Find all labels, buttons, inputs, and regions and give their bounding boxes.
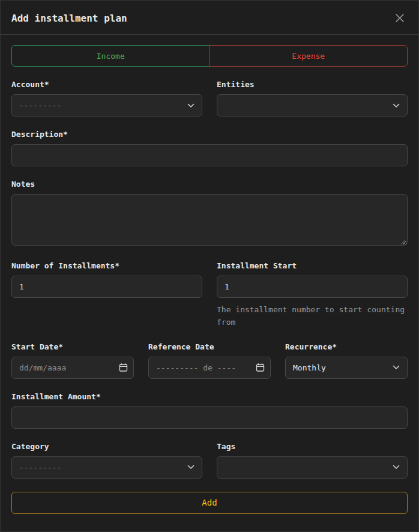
category-select[interactable]: --------- xyxy=(11,456,202,479)
number-of-installments-field: Number of Installments* xyxy=(11,261,202,298)
entities-label: Entities xyxy=(217,80,408,89)
entities-select[interactable] xyxy=(217,94,408,116)
recurrence-select[interactable]: Monthly xyxy=(285,357,408,379)
description-input[interactable] xyxy=(11,144,408,166)
add-button[interactable]: Add xyxy=(11,492,408,514)
installment-start-field: Installment Start The installment number… xyxy=(217,261,408,329)
modal-header: Add installment plan xyxy=(11,1,408,34)
installment-start-input[interactable] xyxy=(217,276,408,298)
notes-field: Notes xyxy=(11,180,408,248)
category-tags-row: Category --------- Tags xyxy=(11,429,408,479)
tags-label: Tags xyxy=(217,442,408,451)
recurrence-field: Recurrence* Monthly xyxy=(285,342,408,379)
recurrence-label: Recurrence* xyxy=(285,342,408,351)
account-field: Account* --------- xyxy=(11,80,202,116)
close-button[interactable] xyxy=(392,10,408,26)
expense-toggle-button[interactable]: Expense xyxy=(210,45,408,67)
account-select-value: --------- xyxy=(19,101,61,110)
installments-row: Number of Installments* Installment Star… xyxy=(11,248,408,329)
chevron-down-icon xyxy=(187,103,194,108)
number-of-installments-label: Number of Installments* xyxy=(11,261,202,270)
category-select-value: --------- xyxy=(19,463,61,472)
chevron-down-icon xyxy=(393,365,400,370)
reference-date-field: Reference Date xyxy=(148,342,271,379)
add-installment-plan-modal: Add installment plan Income Expense Acco… xyxy=(0,0,419,532)
calendar-icon[interactable] xyxy=(256,363,265,372)
number-of-installments-input[interactable] xyxy=(11,276,202,298)
transaction-type-toggle: Income Expense xyxy=(11,45,408,67)
start-date-label: Start Date* xyxy=(11,342,134,351)
header-divider xyxy=(1,34,418,35)
tags-select[interactable] xyxy=(217,456,408,479)
description-field: Description* xyxy=(11,130,408,166)
start-date-field: Start Date* xyxy=(11,342,134,379)
close-icon xyxy=(393,17,406,26)
notes-label: Notes xyxy=(11,180,408,189)
entities-field: Entities xyxy=(217,80,408,116)
start-date-input[interactable] xyxy=(11,357,134,379)
installment-amount-input[interactable] xyxy=(11,407,408,429)
tags-field: Tags xyxy=(217,442,408,479)
account-label: Account* xyxy=(11,80,202,89)
category-field: Category --------- xyxy=(11,442,202,479)
account-entities-row: Account* --------- Entities xyxy=(11,67,408,116)
dates-recurrence-row: Start Date* Reference Date xyxy=(11,329,408,379)
category-label: Category xyxy=(11,442,202,451)
recurrence-select-value: Monthly xyxy=(293,363,326,372)
description-label: Description* xyxy=(11,130,408,139)
installment-start-label: Installment Start xyxy=(217,261,408,270)
modal-title: Add installment plan xyxy=(11,13,127,24)
notes-textarea[interactable] xyxy=(11,194,408,246)
chevron-down-icon xyxy=(187,465,194,470)
installment-start-help: The installment number to start counting… xyxy=(217,303,408,329)
installment-amount-field: Installment Amount* xyxy=(11,392,408,429)
chevron-down-icon xyxy=(393,465,400,470)
calendar-icon[interactable] xyxy=(119,363,128,372)
chevron-down-icon xyxy=(393,103,400,108)
account-select[interactable]: --------- xyxy=(11,94,202,116)
income-toggle-button[interactable]: Income xyxy=(11,45,210,67)
installment-amount-label: Installment Amount* xyxy=(11,392,408,401)
reference-date-label: Reference Date xyxy=(148,342,271,351)
reference-date-input[interactable] xyxy=(148,357,271,379)
